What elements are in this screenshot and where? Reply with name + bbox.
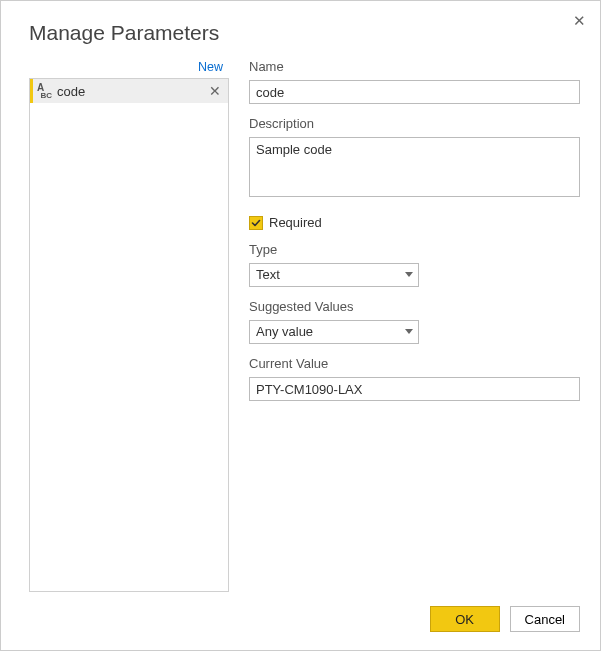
required-checkbox[interactable] — [249, 216, 263, 230]
current-value-label: Current Value — [249, 356, 580, 371]
parameter-list-panel: New ABC code ✕ — [29, 57, 229, 592]
parameter-item-label: code — [57, 84, 200, 99]
suggested-values-label: Suggested Values — [249, 299, 580, 314]
ok-button[interactable]: OK — [430, 606, 500, 632]
suggested-values-select[interactable]: Any value — [249, 320, 419, 344]
parameter-item-code[interactable]: ABC code ✕ — [30, 79, 228, 103]
required-label: Required — [269, 215, 322, 230]
type-label: Type — [249, 242, 580, 257]
type-select[interactable]: Text — [249, 263, 419, 287]
description-label: Description — [249, 116, 580, 131]
dialog-body: New ABC code ✕ Name Description — [1, 57, 600, 592]
check-icon — [251, 218, 261, 228]
new-parameter-link[interactable]: New — [198, 60, 223, 74]
delete-icon[interactable]: ✕ — [206, 83, 224, 99]
name-label: Name — [249, 59, 580, 74]
current-value-input[interactable] — [249, 377, 580, 401]
dialog-title: Manage Parameters — [1, 1, 600, 57]
close-icon[interactable]: ✕ — [573, 13, 586, 28]
manage-parameters-dialog: ✕ Manage Parameters New ABC code ✕ Name — [0, 0, 601, 651]
cancel-button[interactable]: Cancel — [510, 606, 580, 632]
parameter-list: ABC code ✕ — [29, 78, 229, 592]
description-input[interactable] — [249, 137, 580, 197]
text-type-icon: ABC — [37, 84, 51, 98]
parameter-form: Name Description Required Type Text Su — [249, 57, 580, 592]
name-input[interactable] — [249, 80, 580, 104]
dialog-footer: OK Cancel — [1, 592, 600, 650]
